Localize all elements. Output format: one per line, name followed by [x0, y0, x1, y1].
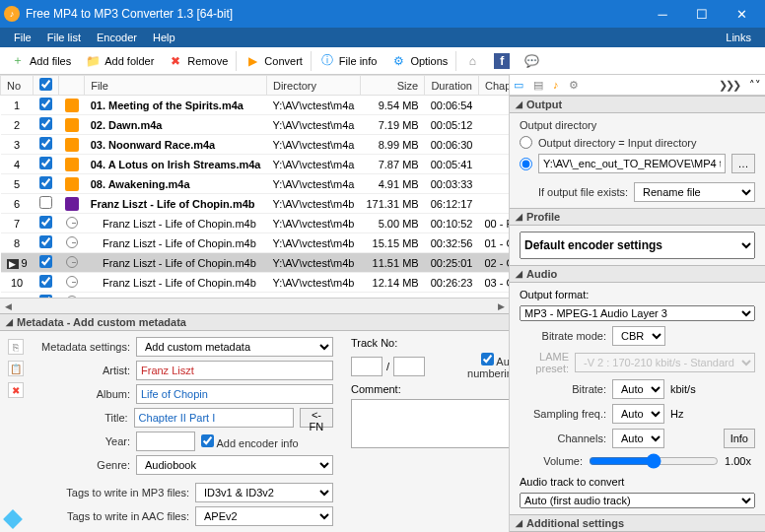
row-checkbox[interactable]	[39, 216, 52, 229]
table-row[interactable]: 101. Meeting of the Spirits.m4aY:\AV\vct…	[1, 96, 510, 115]
autonum-checkbox[interactable]	[481, 353, 494, 366]
table-row[interactable]: 404. A Lotus on Irish Streams.m4aY:\AV\v…	[1, 155, 510, 174]
col-dir[interactable]: Directory	[266, 76, 360, 96]
title-input[interactable]	[134, 408, 294, 428]
menu-help[interactable]: Help	[145, 32, 183, 43]
feedback-button[interactable]: 💬	[518, 51, 545, 71]
audio-header[interactable]: ◢Audio	[510, 265, 765, 283]
sf-label: Sampling freq.:	[520, 408, 606, 420]
tab-doc-icon[interactable]: ▤	[533, 79, 543, 92]
tab-folder-icon[interactable]: ▭	[514, 79, 523, 92]
encinfo-label: Add encoder info	[216, 437, 298, 449]
tabs-chevron-icon[interactable]: ❯❯❯	[719, 79, 739, 92]
col-chap[interactable]: Chapter title	[478, 76, 509, 96]
title-label: Title:	[32, 412, 128, 424]
row-checkbox[interactable]	[39, 98, 52, 110]
col-file[interactable]: File	[85, 76, 267, 96]
info-button[interactable]: Info	[724, 429, 755, 448]
ch-select[interactable]: Auto	[612, 429, 664, 448]
row-checkbox[interactable]	[39, 117, 52, 130]
table-row[interactable]: 202. Dawn.m4aY:\AV\vctest\m4a7.19 MB00:0…	[1, 115, 510, 135]
table-row[interactable]: 7 Franz Liszt - Life of Chopin.m4bY:\AV\…	[1, 214, 510, 233]
table-row[interactable]: 508. Awakening.m4aY:\AV\vctest\m4a4.91 M…	[1, 174, 510, 194]
table-row[interactable]: 6Franz Liszt - Life of Chopin.m4bY:\AV\v…	[1, 194, 510, 214]
row-checkbox[interactable]	[39, 157, 52, 169]
encinfo-checkbox[interactable]	[201, 434, 214, 447]
table-row[interactable]: 8 Franz Liszt - Life of Chopin.m4bY:\AV\…	[1, 233, 510, 253]
brmode-label: Bitrate mode:	[520, 330, 606, 342]
row-checkbox[interactable]	[39, 255, 52, 268]
row-checkbox[interactable]	[39, 275, 52, 288]
fn-button[interactable]: <-FN	[300, 408, 333, 428]
output-header[interactable]: ◢Output	[510, 96, 765, 113]
table-row[interactable]: 10 Franz Liszt - Life of Chopin.m4bY:\AV…	[1, 273, 510, 293]
col-check[interactable]	[34, 76, 59, 96]
menu-file[interactable]: File	[6, 32, 39, 43]
exists-select[interactable]: Rename file	[634, 182, 755, 202]
aactags-select[interactable]: APEv2	[195, 506, 333, 526]
row-checkbox[interactable]	[39, 235, 52, 248]
profile-header[interactable]: ◢Profile	[510, 208, 765, 226]
meta-paste-icon[interactable]: 📋	[8, 361, 24, 376]
menu-links[interactable]: Links	[718, 32, 759, 43]
exists-label: If output file exists:	[520, 186, 628, 198]
close-button[interactable]: ✕	[722, 0, 761, 28]
vol-slider[interactable]	[589, 453, 719, 469]
row-checkbox[interactable]	[39, 196, 52, 209]
genre-select[interactable]: Audiobook	[136, 455, 333, 475]
fmt-select[interactable]: MP3 - MPEG-1 Audio Layer 3	[520, 305, 755, 321]
maximize-button[interactable]: ☐	[682, 0, 722, 28]
trackcnt-input[interactable]	[393, 357, 425, 376]
meta-settings-select[interactable]: Add custom metadata	[136, 337, 333, 357]
trackno-label: Track No:	[351, 337, 397, 349]
album-input[interactable]	[136, 384, 333, 404]
menu-encoder[interactable]: Encoder	[89, 32, 145, 43]
row-checkbox[interactable]	[39, 137, 52, 150]
table-row[interactable]: ▶ 9 Franz Liszt - Life of Chopin.m4bY:\A…	[1, 253, 510, 273]
meta-delete-icon[interactable]: ✖	[8, 382, 24, 398]
col-no[interactable]: No	[1, 76, 34, 96]
col-size[interactable]: Size	[360, 76, 424, 96]
browse-button[interactable]: …	[731, 154, 755, 173]
file-table[interactable]: No File Directory Size Duration Chapter …	[0, 75, 509, 298]
facebook-button[interactable]: f	[488, 51, 516, 71]
outdir-path-input[interactable]	[538, 154, 726, 173]
fmt-label: Output format:	[520, 289, 755, 300]
hscrollbar[interactable]: ◀▶	[0, 298, 509, 313]
col-icon[interactable]	[59, 76, 85, 96]
addl-header[interactable]: ◢Additional settings	[510, 514, 765, 532]
sf-select[interactable]: Auto	[612, 404, 664, 424]
table-row[interactable]: 303. Noonward Race.m4aY:\AV\vctest\m4a8.…	[1, 135, 510, 155]
comment-textarea[interactable]	[351, 399, 509, 448]
trackno-input[interactable]	[351, 357, 382, 376]
remove-button[interactable]: ✖Remove	[162, 51, 234, 71]
tab-note-icon[interactable]: ♪	[553, 79, 559, 91]
mp3tags-select[interactable]: ID3v1 & ID3v2	[195, 483, 333, 502]
convert-button[interactable]: ▶Convert	[239, 51, 309, 71]
outdir-path-radio[interactable]	[520, 158, 532, 170]
audiotrack-select[interactable]: Auto (first audio track)	[520, 493, 755, 508]
brmode-select[interactable]: CBR	[612, 326, 665, 346]
addfiles-button[interactable]: ＋Add files	[4, 51, 77, 71]
outdir-same-radio[interactable]	[520, 136, 532, 149]
bitrate-select[interactable]: Auto	[612, 379, 664, 399]
artist-input[interactable]	[136, 361, 333, 380]
home-button[interactable]: ⌂	[458, 51, 486, 71]
metadata-header[interactable]: ◢Metadata - Add custom metadata	[0, 313, 509, 331]
menu-filelist[interactable]: File list	[39, 32, 89, 43]
collapse-down-icon[interactable]: ˅	[755, 79, 761, 91]
col-dur[interactable]: Duration	[425, 76, 479, 96]
aactags-label: Tags to write in AAC files:	[32, 510, 189, 522]
fileinfo-button[interactable]: ⓘFile info	[313, 51, 383, 71]
mp3tags-label: Tags to write in MP3 files:	[32, 487, 189, 499]
profile-select[interactable]: Default encoder settings	[520, 232, 755, 259]
row-checkbox[interactable]	[39, 176, 52, 189]
addfolder-button[interactable]: 📁Add folder	[79, 51, 160, 71]
tab-gear-icon[interactable]: ⚙	[569, 79, 579, 92]
outdir-same-label: Output directory = Input directory	[538, 137, 697, 149]
options-button[interactable]: ⚙Options	[384, 51, 453, 71]
year-input[interactable]	[136, 432, 195, 451]
outdir-label: Output directory	[520, 119, 755, 131]
meta-copy-icon[interactable]: ⎘	[8, 339, 24, 355]
minimize-button[interactable]: ─	[643, 0, 682, 28]
